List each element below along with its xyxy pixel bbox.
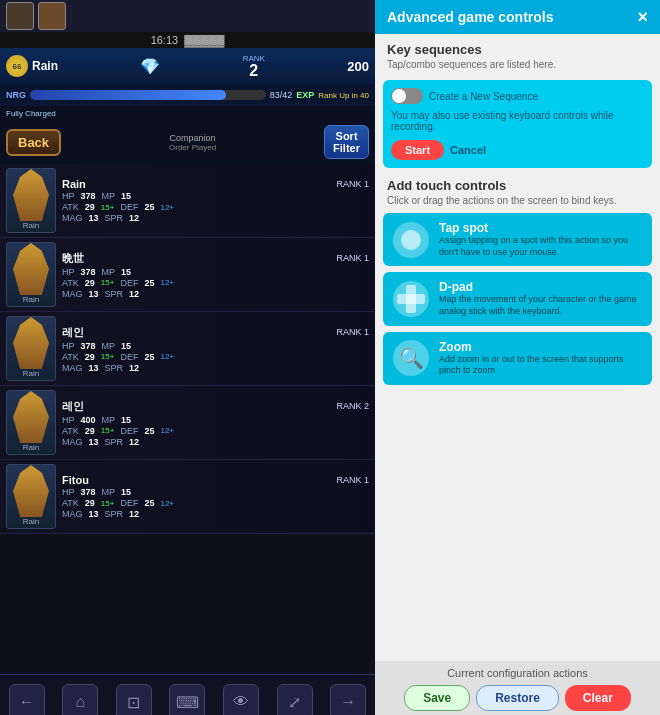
footer-buttons: Save Restore Clear <box>383 685 652 711</box>
char-sprite: Rain <box>6 316 56 381</box>
dpad-icon <box>397 285 425 313</box>
zoom-icon-container: 🔍 <box>393 340 429 376</box>
add-touch-title: Add touch controls <box>375 172 660 195</box>
char-header: 레인 RANK 1 <box>62 325 369 340</box>
dpad-title: D-pad <box>439 280 642 294</box>
gem-icon: 💎 <box>140 57 160 76</box>
restore-button[interactable]: Restore <box>476 685 559 711</box>
stat-row-hp: HP 378 MP 15 <box>62 267 369 277</box>
list-item[interactable]: Rain 晩世 RANK 1 HP 378 MP 15 ATK 29 15+ D… <box>0 238 375 312</box>
char-sprite: Rain <box>6 168 56 233</box>
tap-spot-title: Tap spot <box>439 221 642 235</box>
game-topbar <box>0 0 375 32</box>
key-sequences-box: Create a New Sequence You may also use e… <box>383 80 652 168</box>
key-seq-note: You may also use existing keyboard contr… <box>391 110 644 132</box>
stat-row-hp: HP 378 MP 15 <box>62 487 369 497</box>
cancel-button[interactable]: Cancel <box>450 140 486 160</box>
nav-recents-button[interactable]: ⊡ <box>116 684 152 715</box>
zoom-icon: 🔍 <box>399 346 424 370</box>
stat-row-hp: HP 378 MP 15 <box>62 191 369 201</box>
zoom-title: Zoom <box>439 340 642 354</box>
nav-forward-button[interactable]: → <box>330 684 366 715</box>
char-sprite-name: Rain <box>23 369 39 378</box>
stat-row-hp: HP 378 MP 15 <box>62 341 369 351</box>
avatar-1[interactable] <box>6 2 34 30</box>
zoom-card[interactable]: 🔍 Zoom Add zoom in or out to the screen … <box>383 332 652 385</box>
char-title: 레인 <box>62 399 84 414</box>
companion-sublabel: Order Played <box>67 143 318 152</box>
stat-row-mag: MAG 13 SPR 12 <box>62 363 369 373</box>
rankup-text: Rank Up in 40 <box>318 91 369 100</box>
list-item[interactable]: Rain 레인 RANK 2 HP 400 MP 15 ATK 29 15+ D… <box>0 386 375 460</box>
rank-box: RANK 2 <box>243 54 265 79</box>
game-time: 16:13 <box>151 34 179 46</box>
char-sprite-name: Rain <box>23 221 39 230</box>
stat-row-atk: ATK 29 15+ DEF 25 12+ <box>62 426 369 436</box>
save-button[interactable]: Save <box>404 685 470 711</box>
stat-row-hp: HP 400 MP 15 <box>62 415 369 425</box>
nrg-bar-container: NRG 83/42 EXP Rank Up in 40 <box>0 84 375 106</box>
dpad-desc: Map the movement of your character or th… <box>439 294 642 317</box>
right-panel: Advanced game controls × Key sequences T… <box>375 0 660 715</box>
list-item[interactable]: Rain Rain RANK 1 HP 378 MP 15 ATK 29 15+ <box>0 164 375 238</box>
dpad-vertical <box>406 285 416 313</box>
dpad-card[interactable]: D-pad Map the movement of your character… <box>383 272 652 325</box>
key-sequences-title: Key sequences <box>375 34 660 59</box>
player-level-num: 66 <box>13 62 22 71</box>
char-sprite-body <box>13 465 49 517</box>
action-row: Back Companion Order Played Sort Filter <box>0 120 375 164</box>
level-badge: 66 <box>6 55 28 77</box>
tap-spot-icon <box>393 222 429 258</box>
exp-label: EXP <box>296 90 314 100</box>
nav-eye-button[interactable]: 👁 <box>223 684 259 715</box>
tap-spot-info: Tap spot Assign tapping on a spot with t… <box>439 221 642 258</box>
add-touch-subtitle: Click or drag the actions on the screen … <box>375 195 660 210</box>
sort-filter-button[interactable]: Sort Filter <box>324 125 369 159</box>
game-panel: 16:13 ▓▓▓▓▓ 66 Rain 💎 RANK 2 200 NRG 83/… <box>0 0 375 715</box>
char-sprite-name: Rain <box>23 517 39 526</box>
toggle-knob <box>392 89 406 103</box>
tap-spot-desc: Assign tapping on a spot with this actio… <box>439 235 642 258</box>
char-title: Fitou <box>62 474 89 486</box>
stat-row-mag: MAG 13 SPR 12 <box>62 213 369 223</box>
dpad-icon-container <box>393 281 429 317</box>
key-seq-hint: Create a New Sequence <box>429 91 538 102</box>
nav-back-button[interactable]: ← <box>9 684 45 715</box>
list-item[interactable]: Rain 레인 RANK 1 HP 378 MP 15 ATK 29 15+ D… <box>0 312 375 386</box>
tap-spot-card[interactable]: Tap spot Assign tapping on a spot with t… <box>383 213 652 266</box>
char-header: 레인 RANK 2 <box>62 399 369 414</box>
stat-row-mag: MAG 13 SPR 12 <box>62 509 369 519</box>
stat-row-mag: MAG 13 SPR 12 <box>62 289 369 299</box>
nav-home-button[interactable]: ⌂ <box>62 684 98 715</box>
char-rank: RANK 1 <box>336 179 369 189</box>
tap-spot-icon-inner <box>401 230 421 250</box>
panel-header: Advanced game controls × <box>375 0 660 34</box>
char-info: Fitou RANK 1 HP 378 MP 15 ATK 29 15+ DEF… <box>62 474 369 519</box>
char-info: Rain RANK 1 HP 378 MP 15 ATK 29 15+ DEF … <box>62 178 369 223</box>
avatar-2[interactable] <box>38 2 66 30</box>
char-sprite-name: Rain <box>23 295 39 304</box>
char-sprite: Rain <box>6 242 56 307</box>
char-sprite-body <box>13 391 49 443</box>
char-info: 晩世 RANK 1 HP 378 MP 15 ATK 29 15+ DEF 25… <box>62 251 369 299</box>
toggle-switch[interactable] <box>391 88 423 104</box>
back-button[interactable]: Back <box>6 129 61 156</box>
nav-expand-button[interactable]: ⤢ <box>277 684 313 715</box>
start-button[interactable]: Start <box>391 140 444 160</box>
stat-row-atk: ATK 29 15+ DEF 25 12+ <box>62 352 369 362</box>
char-header: Rain RANK 1 <box>62 178 369 190</box>
player-name: Rain <box>32 59 58 73</box>
key-seq-btn-row: Start Cancel <box>391 140 644 160</box>
stat-row-mag: MAG 13 SPR 12 <box>62 437 369 447</box>
panel-title: Advanced game controls <box>387 9 554 25</box>
stat-row-atk: ATK 29 15+ DEF 25 12+ <box>62 278 369 288</box>
close-button[interactable]: × <box>637 8 648 26</box>
zoom-info: Zoom Add zoom in or out to the screen th… <box>439 340 642 377</box>
char-info: 레인 RANK 1 HP 378 MP 15 ATK 29 15+ DEF 25… <box>62 325 369 373</box>
char-sprite-name: Rain <box>23 443 39 452</box>
zoom-desc: Add zoom in or out to the screen that su… <box>439 354 642 377</box>
clear-button[interactable]: Clear <box>565 685 631 711</box>
character-list: Rain Rain RANK 1 HP 378 MP 15 ATK 29 15+ <box>0 164 375 674</box>
list-item[interactable]: Rain Fitou RANK 1 HP 378 MP 15 ATK 29 15… <box>0 460 375 534</box>
nav-keyboard-button[interactable]: ⌨ <box>169 684 205 715</box>
